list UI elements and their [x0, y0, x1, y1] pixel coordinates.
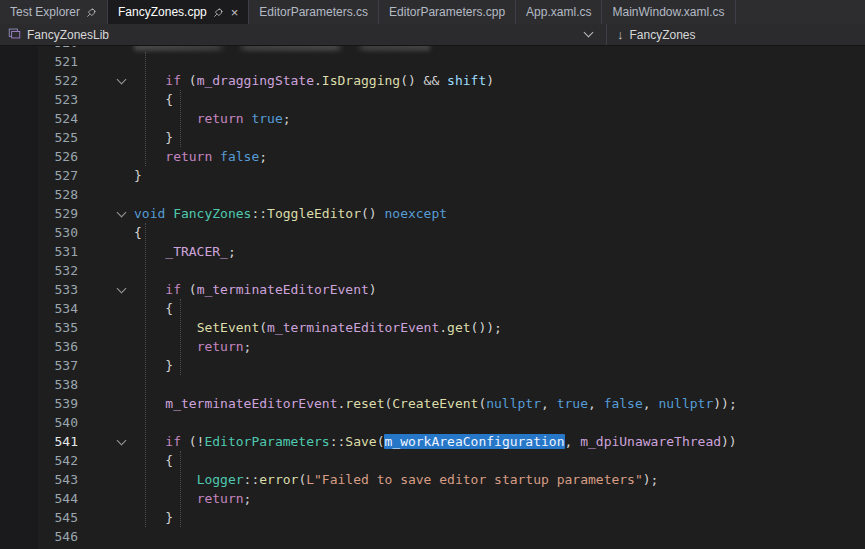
code-editor[interactable]: 520521522 if (m_draggingState.IsDragging…	[0, 46, 865, 549]
line-number[interactable]: 527	[0, 166, 78, 185]
fold-column	[78, 166, 134, 185]
code-line[interactable]: 524 return true;	[0, 109, 865, 128]
line-number[interactable]: 522	[0, 71, 78, 90]
tab-label: MainWindow.xaml.cs	[612, 5, 724, 19]
code-line[interactable]: 540	[0, 413, 865, 432]
code-line[interactable]: 546	[0, 527, 865, 546]
line-number[interactable]: 542	[0, 451, 78, 470]
line-number[interactable]: 531	[0, 242, 78, 261]
code-token: ()	[361, 206, 384, 221]
line-number[interactable]: 533	[0, 280, 78, 299]
code-line[interactable]: 530{	[0, 223, 865, 242]
line-number[interactable]: 545	[0, 508, 78, 527]
code-line[interactable]: 529void FancyZones::ToggleEditor() noexc…	[0, 204, 865, 223]
pin-icon[interactable]	[213, 7, 224, 18]
code-token: ::	[251, 206, 267, 221]
code-token: true	[557, 396, 588, 411]
code-line[interactable]: 525 }	[0, 128, 865, 147]
line-number[interactable]: 534	[0, 299, 78, 318]
code-line[interactable]: 541 if (!EditorParameters::Save(m_workAr…	[0, 432, 865, 451]
code-token: }	[134, 168, 142, 183]
code-line[interactable]: 535 SetEvent(m_terminateEditorEvent.get(…	[0, 318, 865, 337]
line-number[interactable]: 543	[0, 470, 78, 489]
fold-chevron-icon[interactable]	[117, 208, 127, 218]
fold-chevron-icon[interactable]	[117, 75, 127, 85]
line-number[interactable]: 544	[0, 489, 78, 508]
line-number[interactable]: 537	[0, 356, 78, 375]
code-token: }	[134, 130, 173, 145]
code-token	[134, 111, 197, 126]
code-text: void FancyZones::ToggleEditor() noexcept	[134, 204, 865, 223]
line-number[interactable]: 541	[0, 432, 78, 451]
code-line[interactable]: 531 _TRACER_;	[0, 242, 865, 261]
line-number[interactable]: 536	[0, 337, 78, 356]
code-line[interactable]: 534 {	[0, 299, 865, 318]
line-number[interactable]: 539	[0, 394, 78, 413]
code-line[interactable]: 521	[0, 52, 865, 71]
line-number[interactable]: 529	[0, 204, 78, 223]
fold-column	[78, 109, 134, 128]
fold-column	[78, 470, 134, 489]
code-line[interactable]: 536 return;	[0, 337, 865, 356]
tab-fancyzones-cpp[interactable]: FancyZones.cpp×	[108, 0, 249, 24]
tab-label: App.xaml.cs	[526, 5, 591, 19]
line-number[interactable]: 521	[0, 52, 78, 71]
line-number[interactable]: 546	[0, 527, 78, 546]
line-number[interactable]: 524	[0, 109, 78, 128]
code-line[interactable]: 543 Logger::error(L"Failed to save edito…	[0, 470, 865, 489]
tab-editorparameters-cpp[interactable]: EditorParameters.cpp	[379, 0, 516, 24]
code-line[interactable]: 537 }	[0, 356, 865, 375]
project-dropdown[interactable]: FancyZonesLib	[0, 24, 607, 45]
line-number[interactable]: 523	[0, 90, 78, 109]
code-line[interactable]: 523 {	[0, 90, 865, 109]
fold-column	[78, 337, 134, 356]
code-line[interactable]: 533 if (m_terminateEditorEvent)	[0, 280, 865, 299]
tab-mainwindow-xaml-cs[interactable]: MainWindow.xaml.cs	[602, 0, 735, 24]
scope-dropdown[interactable]: ↓ FancyZones	[607, 24, 865, 45]
code-line[interactable]: 528	[0, 185, 865, 204]
down-arrow-icon: ↓	[617, 28, 624, 41]
code-line[interactable]: 539 m_terminateEditorEvent.reset(CreateE…	[0, 394, 865, 413]
fold-chevron-icon[interactable]	[117, 436, 127, 446]
code-line[interactable]: 542 {	[0, 451, 865, 470]
code-text: if (m_terminateEditorEvent)	[134, 280, 865, 299]
close-icon[interactable]: ×	[231, 6, 239, 19]
line-number[interactable]: 535	[0, 318, 78, 337]
line-number[interactable]: 525	[0, 128, 78, 147]
code-line[interactable]: 538	[0, 375, 865, 394]
line-number[interactable]: 526	[0, 147, 78, 166]
code-line[interactable]: 527}	[0, 166, 865, 185]
code-token: ;	[228, 244, 236, 259]
selected-word[interactable]: m_workAreaConfiguration	[384, 434, 564, 449]
code-token: ::	[330, 434, 346, 449]
code-lines: 520521522 if (m_draggingState.IsDragging…	[0, 46, 865, 546]
code-token: nullptr	[658, 396, 713, 411]
code-line[interactable]: 545 }	[0, 508, 865, 527]
fold-chevron-icon[interactable]	[117, 284, 127, 294]
code-text: {	[134, 451, 865, 470]
line-number[interactable]: 532	[0, 261, 78, 280]
code-text: }	[134, 508, 865, 527]
code-line[interactable]: 532	[0, 261, 865, 280]
tab-app-xaml-cs[interactable]: App.xaml.cs	[516, 0, 602, 24]
code-token: ;	[244, 491, 252, 506]
fold-column	[78, 527, 134, 546]
line-number[interactable]: 538	[0, 375, 78, 394]
code-token: L"Failed to save editor startup paramete…	[306, 472, 643, 487]
code-token: {	[134, 453, 173, 468]
code-line[interactable]: 544 return;	[0, 489, 865, 508]
code-token: }	[134, 358, 173, 373]
tab-editorparameters-cs[interactable]: EditorParameters.cs	[249, 0, 379, 24]
code-text: if (m_draggingState.IsDragging() && shif…	[134, 71, 865, 90]
code-line[interactable]: 526 return false;	[0, 147, 865, 166]
code-line[interactable]: 522 if (m_draggingState.IsDragging() && …	[0, 71, 865, 90]
line-number[interactable]: 540	[0, 413, 78, 432]
pin-icon[interactable]	[86, 7, 97, 18]
code-token	[134, 282, 165, 297]
line-number[interactable]: 528	[0, 185, 78, 204]
code-token: noexcept	[384, 206, 447, 221]
code-token: SetEvent	[197, 320, 260, 335]
tab-test-explorer[interactable]: Test Explorer	[0, 0, 108, 24]
code-token: {	[134, 92, 173, 107]
line-number[interactable]: 530	[0, 223, 78, 242]
